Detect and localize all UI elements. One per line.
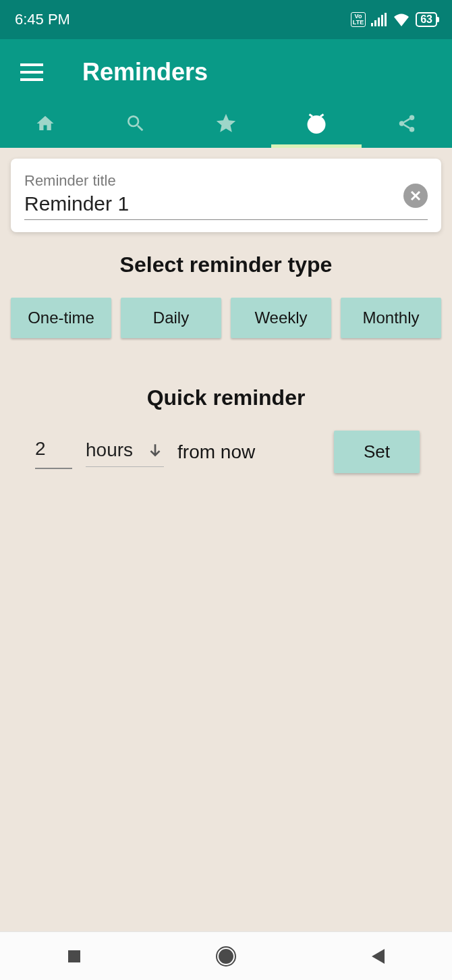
alarm-icon <box>304 111 329 136</box>
svg-rect-1 <box>374 20 376 26</box>
tab-favorites[interactable] <box>181 99 271 148</box>
share-icon <box>397 113 417 134</box>
quantity-input[interactable]: 2 <box>35 435 72 469</box>
svg-rect-12 <box>68 950 80 962</box>
arrow-down-icon <box>146 441 164 459</box>
volte-icon: VoLTE <box>351 12 366 27</box>
svg-point-14 <box>219 950 233 963</box>
close-icon <box>409 189 422 202</box>
from-now-label: from now <box>177 441 255 463</box>
status-time: 6:45 PM <box>15 11 70 28</box>
star-icon <box>215 112 237 135</box>
search-icon <box>125 113 146 134</box>
svg-rect-0 <box>371 23 373 26</box>
content-area: Reminder title Reminder 1 Select reminde… <box>0 148 452 484</box>
svg-point-11 <box>409 127 415 132</box>
tab-bar <box>0 99 452 148</box>
clear-button[interactable] <box>403 184 428 208</box>
unit-label: hours <box>86 439 133 461</box>
svg-rect-5 <box>20 63 43 66</box>
unit-select[interactable]: hours <box>86 437 164 467</box>
back-button[interactable] <box>370 948 386 965</box>
tab-home[interactable] <box>0 99 90 148</box>
type-weekly-button[interactable]: Weekly <box>231 298 331 338</box>
tab-share[interactable] <box>362 99 452 148</box>
signal-icon <box>371 13 387 26</box>
title-input[interactable]: Reminder 1 <box>24 192 428 220</box>
svg-rect-6 <box>20 71 43 74</box>
home-button[interactable] <box>215 945 237 968</box>
svg-rect-4 <box>385 13 387 26</box>
title-card: Reminder title Reminder 1 <box>11 159 441 232</box>
status-bar: 6:45 PM VoLTE 63 <box>0 0 452 39</box>
svg-point-10 <box>399 121 405 126</box>
tab-alarm[interactable] <box>271 99 362 148</box>
type-daily-button[interactable]: Daily <box>121 298 221 338</box>
type-onetime-button[interactable]: One-time <box>11 298 111 338</box>
battery-icon: 63 <box>416 12 437 27</box>
quick-heading: Quick reminder <box>11 385 441 410</box>
wifi-icon <box>393 13 410 26</box>
menu-icon[interactable] <box>20 63 43 81</box>
recent-apps-button[interactable] <box>66 948 82 964</box>
type-monthly-button[interactable]: Monthly <box>341 298 441 338</box>
set-button[interactable]: Set <box>334 431 420 473</box>
type-heading: Select reminder type <box>11 252 441 277</box>
svg-rect-7 <box>20 78 43 81</box>
title-label: Reminder title <box>24 172 428 190</box>
svg-rect-2 <box>378 18 380 26</box>
svg-rect-3 <box>381 15 383 26</box>
tab-search[interactable] <box>90 99 181 148</box>
quick-row: 2 hours from now Set <box>11 431 441 473</box>
system-nav-bar <box>0 931 452 980</box>
type-row: One-time Daily Weekly Monthly <box>11 298 441 338</box>
status-icons: VoLTE 63 <box>351 12 437 27</box>
home-icon <box>34 113 57 134</box>
app-bar: Reminders <box>0 39 452 99</box>
page-title: Reminders <box>82 58 208 86</box>
svg-point-9 <box>409 115 415 120</box>
